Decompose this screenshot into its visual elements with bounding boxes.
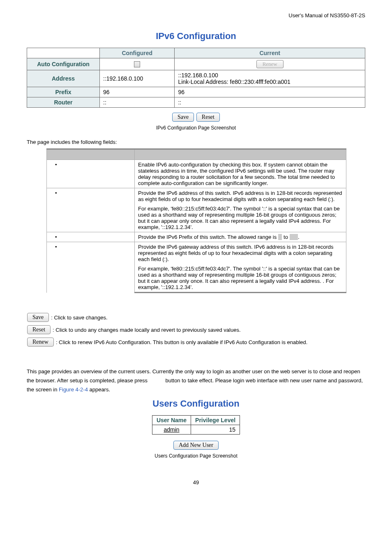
user-admin-priv: 15 bbox=[191, 425, 240, 435]
col-current: Current bbox=[175, 48, 365, 58]
field-address-desc2: For example, 'fe80::215:c5ff:fe03:4dc7'.… bbox=[135, 204, 346, 232]
users-table: User Name Privilege Level admin 15 bbox=[152, 415, 240, 435]
users-section-text: This page provides an overview of the cu… bbox=[27, 367, 365, 394]
field-address-desc1: Provide the IPv6 address of this switch.… bbox=[135, 188, 346, 204]
fields-table: • Enable IPv6 auto-configuration by chec… bbox=[46, 148, 346, 293]
renew-desc: : Click to renew IPv6 Auto Configuration… bbox=[56, 339, 308, 345]
save-desc: : Click to save changes. bbox=[51, 314, 107, 321]
reset-button-desc[interactable]: Reset bbox=[27, 325, 51, 334]
field-autoconfig-label: • bbox=[47, 160, 135, 188]
prefix-configured[interactable]: 96 bbox=[100, 87, 175, 97]
ipv6-config-table: Configured Current Auto Configuration Re… bbox=[27, 48, 365, 108]
col-username: User Name bbox=[152, 416, 191, 425]
row-prefix: Prefix bbox=[27, 87, 100, 97]
address-configured[interactable]: ::192.168.0.100 bbox=[100, 70, 175, 87]
col-privlevel: Privilege Level bbox=[191, 416, 240, 425]
col-configured: Configured bbox=[100, 48, 175, 58]
prefix-current: 96 bbox=[175, 87, 365, 97]
users-caption: Users Configuration Page Screenshot bbox=[27, 453, 365, 459]
reset-desc: : Click to undo any changes made locally… bbox=[53, 327, 240, 333]
field-prefix-label: • bbox=[47, 232, 135, 242]
field-router-label: • bbox=[47, 242, 135, 293]
save-button[interactable]: Save bbox=[172, 113, 194, 122]
reset-button[interactable]: Reset bbox=[196, 113, 220, 122]
renew-button-desc[interactable]: Renew bbox=[27, 338, 54, 347]
row-autoconfig: Auto Configuration bbox=[27, 58, 100, 70]
row-address: Address bbox=[27, 70, 100, 87]
save-button-desc[interactable]: Save bbox=[27, 313, 49, 322]
field-address-label: • bbox=[47, 188, 135, 232]
fields-intro: The page includes the following fields: bbox=[27, 139, 365, 145]
table-row: admin 15 bbox=[152, 425, 240, 435]
field-router-desc1: Provide the IPv6 gateway address of this… bbox=[135, 242, 346, 264]
ipv6-title: IPv6 Configuration bbox=[27, 31, 365, 42]
address-current: ::192.168.0.100 Link-Local Address: fe80… bbox=[175, 70, 365, 87]
field-prefix-desc: Provide the IPv6 Prefix of this switch. … bbox=[135, 232, 346, 242]
field-router-desc2: For example, 'fe80::215:c5ff:fe03:4dc7'.… bbox=[135, 264, 346, 293]
figure-link[interactable]: Figure 4-2-4 bbox=[59, 386, 88, 393]
user-admin-link[interactable]: admin bbox=[152, 425, 191, 435]
renew-button-disabled: Renew bbox=[256, 60, 284, 68]
field-autoconfig-desc: Enable IPv6 auto-configuration by checki… bbox=[135, 160, 346, 188]
router-current: :: bbox=[175, 97, 365, 108]
manual-header: User's Manual of NS3550-8T-2S bbox=[27, 12, 365, 18]
router-configured[interactable]: :: bbox=[100, 97, 175, 108]
users-title: Users Configuration bbox=[27, 398, 365, 409]
ipv6-caption: IPv6 Configuration Page Screenshot bbox=[27, 125, 365, 131]
row-router: Router bbox=[27, 97, 100, 108]
autoconfig-checkbox[interactable] bbox=[134, 61, 140, 67]
page-number: 49 bbox=[27, 479, 365, 486]
add-new-user-button[interactable]: Add New User bbox=[173, 441, 219, 450]
